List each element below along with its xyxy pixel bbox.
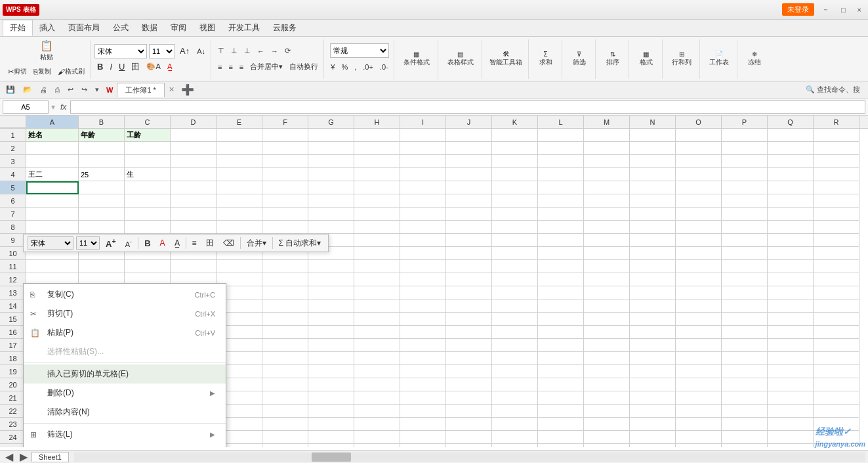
maximize-button[interactable]: □ [837,5,850,15]
mini-eraser-button[interactable]: ⌫ [220,238,238,248]
cell-f4[interactable] [262,168,308,181]
cell-l24[interactable] [538,431,584,444]
cell-r9[interactable] [814,234,859,247]
cell-p8[interactable] [722,221,768,234]
format-button[interactable]: ▦ 格式 [633,43,659,76]
cell-r19[interactable] [814,365,859,378]
cell-k20[interactable] [492,378,538,391]
cell-k15[interactable] [492,313,538,326]
cell-c1[interactable]: 工龄 [125,129,171,142]
font-grow-button[interactable]: A↑ [177,44,192,58]
cell-o20[interactable] [676,378,722,391]
cell-l23[interactable] [538,418,584,431]
cell-m18[interactable] [584,352,630,365]
cell-h9[interactable] [354,234,400,247]
cell-j23[interactable] [446,418,492,431]
number-format-select[interactable]: 常规 [330,43,389,58]
menu-start[interactable]: 开始 [3,20,33,36]
row-header-11[interactable]: 11 [0,260,26,273]
cell-f1[interactable] [262,129,308,142]
col-header-a[interactable]: A [26,116,79,128]
cell-p3[interactable] [722,155,768,168]
cell-g12[interactable] [308,273,354,286]
redo-button[interactable]: ↪ [78,84,91,95]
cell-h1[interactable] [354,129,400,142]
cell-m24[interactable] [584,431,630,444]
cell-b2[interactable] [79,142,125,155]
cell-n19[interactable] [630,365,676,378]
cell-j20[interactable] [446,378,492,391]
cell-q6[interactable] [768,194,814,208]
cell-b3[interactable] [79,155,125,168]
cell-i21[interactable] [400,391,446,405]
cell-b8[interactable] [79,221,125,234]
cell-e11[interactable] [217,260,262,273]
cell-f17[interactable] [262,339,308,352]
cell-e3[interactable] [217,155,262,168]
cell-m16[interactable] [584,326,630,339]
row-header-4[interactable]: 4 [0,168,26,181]
cell-p4[interactable] [722,168,768,181]
cell-q8[interactable] [768,221,814,234]
cell-r5[interactable] [814,181,859,194]
row-header-5[interactable]: 5 [0,181,26,194]
cell-q5[interactable] [768,181,814,194]
merge-button[interactable]: 合并居中▾ [247,60,285,74]
col-header-h[interactable]: H [354,116,400,128]
mini-font-color-button[interactable]: A̲ [171,238,183,248]
align-left-button[interactable]: ≡ [215,60,224,74]
cell-m22[interactable] [584,405,630,418]
cell-h16[interactable] [354,326,400,339]
cell-q25[interactable] [768,444,814,447]
row-header-24[interactable]: 24 [0,431,26,444]
cell-n8[interactable] [630,221,676,234]
col-header-d[interactable]: D [171,116,217,128]
cell-p9[interactable] [722,234,768,247]
cell-n13[interactable] [630,286,676,299]
cell-r21[interactable] [814,391,859,405]
cell-p18[interactable] [722,352,768,365]
cell-m2[interactable] [584,142,630,155]
cell-k12[interactable] [492,273,538,286]
cell-m8[interactable] [584,221,630,234]
cell-g24[interactable] [308,431,354,444]
cell-k4[interactable] [492,168,538,181]
percent-button[interactable]: % [339,60,350,74]
cut-button[interactable]: ✂ 剪切 [5,64,30,79]
cell-n7[interactable] [630,208,676,221]
cell-l10[interactable] [538,247,584,260]
close-tab-button[interactable]: ✕ [166,85,177,94]
cell-p25[interactable] [722,444,768,447]
filter-button[interactable]: ⊽ 筛选 [566,43,592,76]
cell-p1[interactable] [722,129,768,142]
cell-k16[interactable] [492,326,538,339]
cell-r14[interactable] [814,299,859,313]
cell-l1[interactable] [538,129,584,142]
cell-g16[interactable] [308,326,354,339]
copy-button[interactable]: ⎘ 复制 [31,64,54,79]
cell-p2[interactable] [722,142,768,155]
cell-g2[interactable] [308,142,354,155]
cell-m15[interactable] [584,313,630,326]
cell-a2[interactable] [26,142,79,155]
row-header-10[interactable]: 10 [0,247,26,260]
cell-h19[interactable] [354,365,400,378]
cell-o25[interactable] [676,444,722,447]
row-header-8[interactable]: 8 [0,221,26,234]
cell-n3[interactable] [630,155,676,168]
cell-i7[interactable] [400,208,446,221]
cell-o9[interactable] [676,234,722,247]
cell-j13[interactable] [446,286,492,299]
col-header-r[interactable]: R [814,116,859,128]
cell-r8[interactable] [814,221,859,234]
row-header-7[interactable]: 7 [0,208,26,221]
menu-data[interactable]: 数据 [135,20,164,35]
cell-g8[interactable] [308,221,354,234]
cell-k25[interactable] [492,444,538,447]
cell-k9[interactable] [492,234,538,247]
cell-f12[interactable] [262,273,308,286]
cell-j12[interactable] [446,273,492,286]
cell-l20[interactable] [538,378,584,391]
col-header-l[interactable]: L [538,116,584,128]
cell-n6[interactable] [630,194,676,208]
